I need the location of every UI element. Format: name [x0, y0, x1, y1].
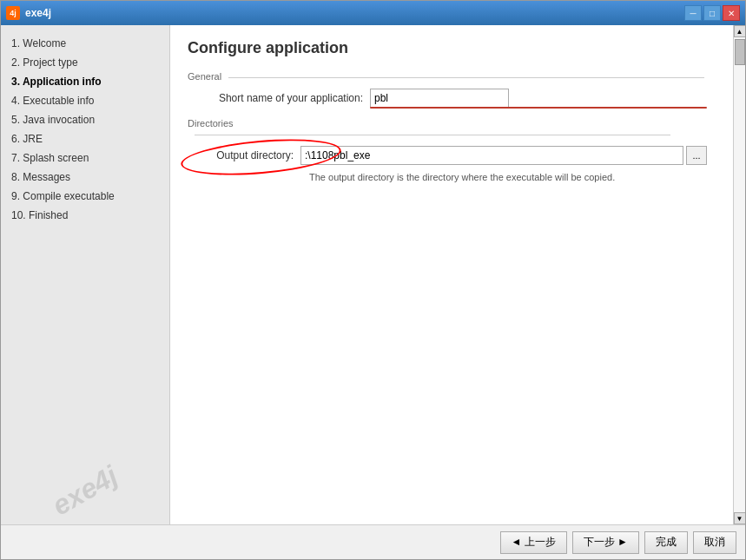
sidebar-item-jre[interactable]: 6. JRE [1, 129, 169, 148]
general-section-label: General [188, 71, 716, 82]
window-title: exe4j [25, 7, 51, 19]
sidebar-item-splash-screen[interactable]: 7. Splash screen [1, 148, 169, 168]
scroll-thumb[interactable] [735, 39, 745, 65]
watermark: exe4j [4, 435, 167, 524]
maximize-button[interactable]: □ [703, 5, 721, 21]
main-window: 4j exe4j ─ □ ✕ 1. Welcome2. Project type… [0, 0, 746, 560]
sidebar-item-compile-executable[interactable]: 9. Compile executable [1, 187, 169, 206]
sidebar-item-application-info[interactable]: 3. Application info [1, 72, 169, 91]
output-dir-input[interactable] [300, 146, 683, 165]
app-icon: 4j [6, 6, 20, 20]
sidebar-item-messages[interactable]: 8. Messages [1, 168, 169, 187]
output-dir-label: Output directory: [196, 149, 300, 161]
directories-section-label: Directories [188, 118, 716, 139]
minimize-button[interactable]: ─ [684, 5, 702, 21]
bottom-bar: ◄ 上一步 下一步 ► 完成 取消 [1, 524, 745, 559]
sidebar-item-java-invocation[interactable]: 5. Java invocation [1, 110, 169, 129]
sidebar-item-project-type[interactable]: 2. Project type [1, 53, 169, 72]
sidebar: 1. Welcome2. Project type3. Application … [1, 25, 170, 524]
sidebar-item-executable-info[interactable]: 4. Executable info [1, 91, 169, 110]
hint-text: The output directory is the directory wh… [188, 168, 716, 186]
scroll-down-arrow[interactable]: ▼ [734, 512, 746, 524]
sidebar-item-finished[interactable]: 10. Finished [1, 206, 169, 225]
short-name-row: Short name of your application: [188, 89, 716, 108]
close-button[interactable]: ✕ [723, 5, 740, 21]
sidebar-item-welcome[interactable]: 1. Welcome [1, 34, 169, 53]
directories-section: Directories Output directory: ... The ou… [188, 118, 716, 186]
title-controls: ─ □ ✕ [684, 5, 740, 21]
short-name-input[interactable] [370, 89, 509, 108]
next-button[interactable]: 下一步 ► [572, 531, 639, 554]
finish-button[interactable]: 完成 [644, 531, 688, 554]
underline-annotation [370, 107, 707, 109]
title-bar: 4j exe4j ─ □ ✕ [1, 1, 745, 25]
short-name-label: Short name of your application: [196, 92, 370, 104]
back-button[interactable]: ◄ 上一步 [500, 531, 567, 554]
content-area: 1. Welcome2. Project type3. Application … [1, 25, 745, 524]
title-bar-left: 4j exe4j [6, 6, 51, 20]
main-panel: Configure application General Short name… [170, 25, 733, 524]
output-dir-row: Output directory: ... [188, 146, 716, 165]
scroll-up-arrow[interactable]: ▲ [734, 25, 746, 37]
page-title: Configure application [188, 39, 716, 57]
scrollbar: ▲ ▼ [733, 25, 745, 524]
cancel-button[interactable]: 取消 [693, 531, 736, 554]
browse-button[interactable]: ... [686, 146, 707, 165]
